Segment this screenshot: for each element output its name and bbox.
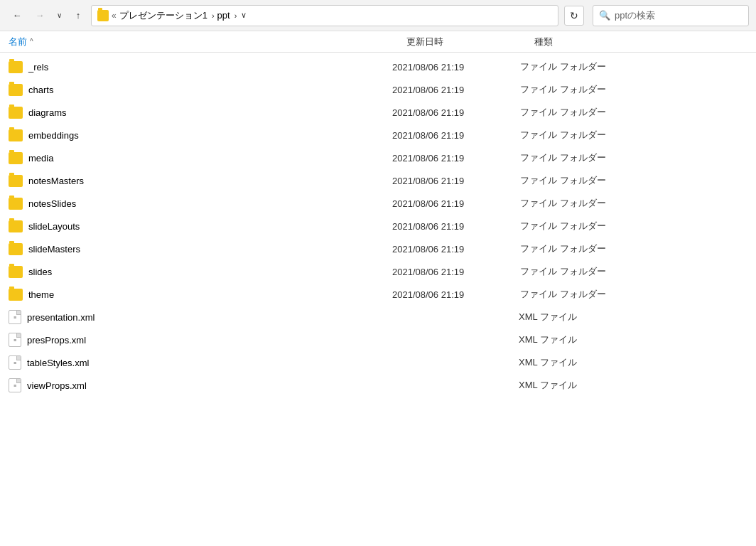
folder-icon <box>9 220 23 232</box>
file-type: ファイル フォルダー <box>520 106 648 119</box>
breadcrumb-dropdown-arrow[interactable]: ∨ <box>241 11 247 20</box>
search-icon: 🔍 <box>599 10 610 21</box>
file-name: slideMasters <box>28 244 392 255</box>
file-type: ファイル フォルダー <box>520 83 648 96</box>
file-name: charts <box>28 85 392 95</box>
file-date: 2021/08/06 21:19 <box>392 107 520 118</box>
folder-icon <box>9 198 23 210</box>
file-type: ファイル フォルダー <box>520 174 648 187</box>
folder-icon <box>9 152 23 164</box>
file-type: XML ファイル <box>519 356 647 369</box>
breadcrumb-chevron2: › <box>234 11 237 20</box>
file-type: XML ファイル <box>519 311 647 323</box>
breadcrumb-separator: « <box>112 11 117 21</box>
file-type: ファイル フォルダー <box>520 129 648 141</box>
table-row[interactable]: ≡tableStyles.xmlXML ファイル <box>0 351 756 374</box>
folder-icon <box>9 175 23 187</box>
column-type-header[interactable]: 種類 <box>534 36 662 48</box>
file-date: 2021/08/06 21:19 <box>392 85 520 95</box>
table-row[interactable]: slides2021/08/06 21:19ファイル フォルダー <box>0 260 756 283</box>
file-date: 2021/08/06 21:19 <box>392 130 520 141</box>
breadcrumb-bar[interactable]: « プレゼンテーション1 › ppt › ∨ <box>91 5 558 26</box>
refresh-button[interactable]: ↻ <box>564 6 584 26</box>
file-name: presProps.xml <box>27 335 391 346</box>
table-row[interactable]: diagrams2021/08/06 21:19ファイル フォルダー <box>0 101 756 124</box>
column-headers: 名前 ^ 更新日時 種類 <box>0 31 756 53</box>
breadcrumb-path1[interactable]: プレゼンテーション1 <box>119 9 207 22</box>
breadcrumb-chevron1: › <box>212 11 215 20</box>
table-row[interactable]: notesMasters2021/08/06 21:19ファイル フォルダー <box>0 169 756 192</box>
history-dropdown-button[interactable]: ∨ <box>53 6 65 26</box>
file-name: viewProps.xml <box>27 380 391 391</box>
table-row[interactable]: ≡presentation.xmlXML ファイル <box>0 306 756 328</box>
folder-icon <box>9 84 23 96</box>
file-name: _rels <box>28 62 392 73</box>
file-type: ファイル フォルダー <box>520 220 648 232</box>
xml-file-icon: ≡ <box>9 333 21 347</box>
folder-icon <box>9 107 23 119</box>
file-name: embeddings <box>28 130 392 141</box>
file-name: media <box>28 153 392 164</box>
table-row[interactable]: theme2021/08/06 21:19ファイル フォルダー <box>0 283 756 306</box>
file-name: slideLayouts <box>28 221 392 232</box>
table-row[interactable]: ≡presProps.xmlXML ファイル <box>0 328 756 351</box>
table-row[interactable]: charts2021/08/06 21:19ファイル フォルダー <box>0 78 756 101</box>
search-bar[interactable]: 🔍 pptの検索 <box>593 5 749 26</box>
file-name: theme <box>28 289 392 300</box>
file-list: _rels2021/08/06 21:19ファイル フォルダーcharts202… <box>0 53 756 400</box>
xml-file-icon: ≡ <box>9 355 21 370</box>
folder-icon <box>9 289 23 301</box>
table-row[interactable]: media2021/08/06 21:19ファイル フォルダー <box>0 146 756 169</box>
file-type: ファイル フォルダー <box>520 265 648 278</box>
file-date: 2021/08/06 21:19 <box>392 244 520 255</box>
file-name: slides <box>28 267 392 277</box>
column-date-header[interactable]: 更新日時 <box>406 36 534 48</box>
breadcrumb-path2[interactable]: ppt <box>217 10 230 21</box>
file-type: ファイル フォルダー <box>520 60 648 73</box>
table-row[interactable]: notesSlides2021/08/06 21:19ファイル フォルダー <box>0 192 756 215</box>
file-date: 2021/08/06 21:19 <box>392 221 520 232</box>
table-row[interactable]: slideLayouts2021/08/06 21:19ファイル フォルダー <box>0 215 756 237</box>
file-date: 2021/08/06 21:19 <box>392 289 520 300</box>
file-name: diagrams <box>28 107 392 118</box>
sort-arrow-icon: ^ <box>30 38 33 46</box>
xml-file-icon: ≡ <box>9 378 21 392</box>
file-date: 2021/08/06 21:19 <box>392 153 520 164</box>
table-row[interactable]: embeddings2021/08/06 21:19ファイル フォルダー <box>0 124 756 146</box>
file-name: tableStyles.xml <box>27 358 391 368</box>
file-type: XML ファイル <box>519 379 647 392</box>
nav-bar: ← → ∨ ↑ « プレゼンテーション1 › ppt › ∨ ↻ 🔍 pptの検… <box>0 0 756 31</box>
file-type: XML ファイル <box>519 333 647 346</box>
folder-icon <box>9 243 23 255</box>
table-row[interactable]: _rels2021/08/06 21:19ファイル フォルダー <box>0 55 756 78</box>
folder-icon <box>9 129 23 141</box>
file-date: 2021/08/06 21:19 <box>392 198 520 209</box>
file-date: 2021/08/06 21:19 <box>392 62 520 73</box>
file-type: ファイル フォルダー <box>520 288 648 301</box>
file-date: 2021/08/06 21:19 <box>392 267 520 277</box>
search-placeholder-text: pptの検索 <box>615 9 655 22</box>
up-button[interactable]: ↑ <box>68 6 88 26</box>
back-button[interactable]: ← <box>7 6 27 26</box>
xml-file-icon: ≡ <box>9 310 21 324</box>
file-name: notesSlides <box>28 198 392 209</box>
file-type: ファイル フォルダー <box>520 242 648 255</box>
folder-icon <box>9 266 23 278</box>
file-name: presentation.xml <box>27 312 391 323</box>
folder-icon <box>9 61 23 73</box>
table-row[interactable]: ≡viewProps.xmlXML ファイル <box>0 374 756 397</box>
file-date: 2021/08/06 21:19 <box>392 176 520 186</box>
file-name: notesMasters <box>28 176 392 186</box>
column-name-header[interactable]: 名前 ^ <box>9 36 406 48</box>
file-type: ファイル フォルダー <box>520 197 648 210</box>
file-type: ファイル フォルダー <box>520 151 648 164</box>
breadcrumb-folder-icon <box>97 10 109 21</box>
forward-button[interactable]: → <box>30 6 50 26</box>
table-row[interactable]: slideMasters2021/08/06 21:19ファイル フォルダー <box>0 237 756 260</box>
